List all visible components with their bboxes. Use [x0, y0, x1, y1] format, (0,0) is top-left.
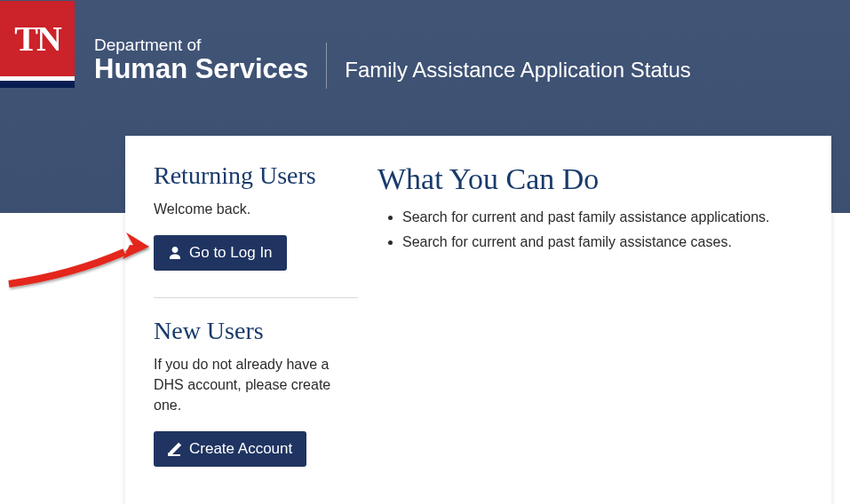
tn-logo-text: TN [14, 18, 60, 59]
tn-logo-red: TN [0, 1, 75, 76]
tn-logo: TN [0, 1, 75, 88]
list-item: Search for current and past family assis… [402, 209, 796, 225]
new-users-heading: New Users [154, 318, 358, 345]
dept-small: Department of [94, 36, 308, 53]
right-column: What You Can Do Search for current and p… [358, 162, 796, 467]
what-you-can-do-list: Search for current and past family assis… [377, 209, 796, 250]
create-account-button[interactable]: Create Account [154, 431, 306, 467]
department-title-block: Department of Human Services [94, 4, 308, 85]
section-divider [154, 297, 358, 298]
login-button[interactable]: Go to Log In [154, 235, 287, 271]
welcome-text: Welcome back. [154, 199, 358, 219]
page-title: Family Assistance Application Status [345, 6, 691, 83]
what-you-can-do-heading: What You Can Do [377, 162, 796, 195]
dept-large: Human Services [94, 53, 308, 85]
user-icon [168, 246, 182, 260]
left-column: Returning Users Welcome back. Go to Log … [154, 162, 358, 467]
returning-heading: Returning Users [154, 162, 358, 190]
tn-logo-stripe-navy [0, 81, 75, 88]
create-account-button-label: Create Account [189, 440, 292, 458]
header-inner: TN Department of Human Services Family A… [0, 0, 850, 89]
new-users-text: If you do not already have a DHS account… [154, 354, 358, 416]
edit-icon [168, 442, 182, 456]
header-divider [326, 43, 327, 89]
list-item: Search for current and past family assis… [402, 234, 796, 250]
main-card: Returning Users Welcome back. Go to Log … [125, 136, 831, 504]
login-button-label: Go to Log In [189, 244, 273, 262]
